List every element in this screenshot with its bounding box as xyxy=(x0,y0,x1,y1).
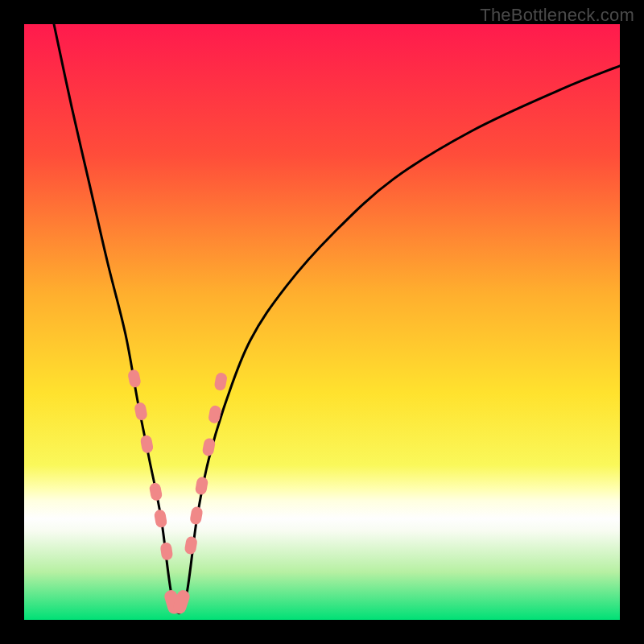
curve-marker xyxy=(184,535,198,555)
curve-marker xyxy=(195,476,209,495)
marker-group xyxy=(127,369,228,615)
curve-marker xyxy=(159,542,173,561)
bottleneck-curve xyxy=(54,24,620,613)
plot-area xyxy=(24,24,620,620)
watermark-text: TheBottleneck.com xyxy=(480,5,634,26)
curve-marker xyxy=(134,402,148,421)
curve-marker xyxy=(189,506,204,525)
curve-marker xyxy=(127,369,142,388)
bottleneck-curve-svg xyxy=(24,24,620,620)
curve-marker xyxy=(213,372,228,391)
curve-marker xyxy=(154,509,168,528)
curve-marker xyxy=(140,435,155,454)
curve-marker xyxy=(149,482,163,502)
